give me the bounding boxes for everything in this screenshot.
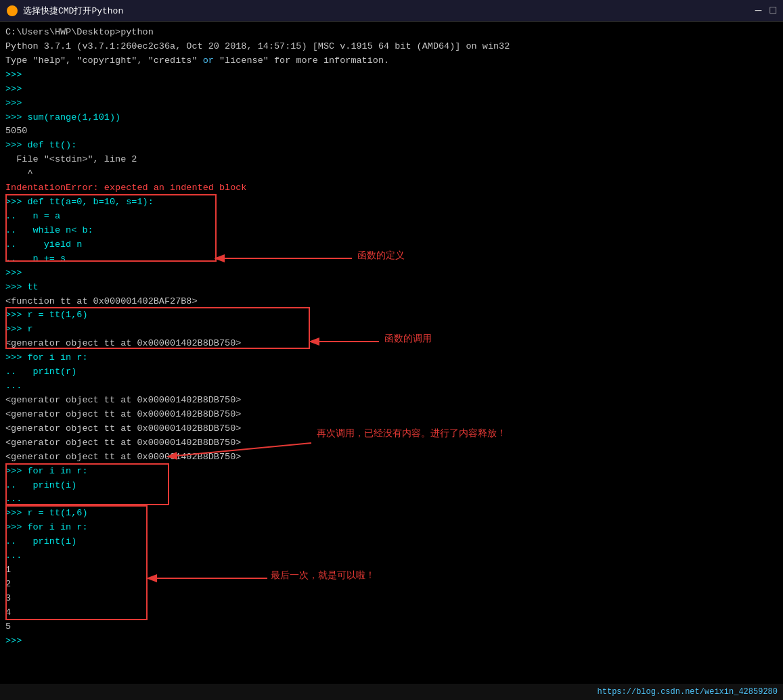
terminal-line: ...	[5, 549, 778, 563]
terminal-line: >>> def tt(a=0, b=10, s=1):	[5, 195, 778, 210]
terminal-line: <generator object tt at 0x000001402B8DB7…	[5, 394, 778, 408]
terminal-line: .. yield n	[5, 238, 778, 252]
terminal-line: .. n += s	[5, 252, 778, 266]
titlebar-controls[interactable]: — □	[755, 5, 776, 17]
terminal-line: >>> for i in r:	[5, 521, 778, 535]
terminal-line: .. n = a	[5, 210, 778, 224]
terminal-line: .. while n< b:	[5, 224, 778, 238]
terminal-line: >>>	[5, 68, 778, 83]
terminal-line: <generator object tt at 0x000001402B8DB7…	[5, 408, 778, 422]
terminal-line: >>> for i in r:	[5, 351, 778, 365]
terminal-line: >>> tt	[5, 281, 778, 295]
terminal-line: 2	[5, 578, 778, 592]
terminal-line: >>> r = tt(1,6)	[5, 507, 778, 521]
titlebar: 选择快捷CMD打开Python — □	[0, 0, 783, 22]
terminal-line: <generator object tt at 0x000001402B8DB7…	[5, 337, 778, 351]
terminal-line: ^	[5, 167, 778, 181]
terminal-window[interactable]: C:\Users\HWP\Desktop>python Python 3.7.1…	[0, 22, 783, 684]
terminal-line: >>>	[5, 83, 778, 97]
terminal-line: Python 3.7.1 (v3.7.1:260ec2c36a, Oct 20 …	[5, 40, 778, 54]
terminal-line: Type "help", "copyright", "credits" or "…	[5, 54, 778, 68]
minimize-button[interactable]: —	[755, 5, 762, 17]
terminal-line: 5050	[5, 124, 778, 139]
terminal-line: >>>	[5, 97, 778, 111]
terminal-line: 1	[5, 563, 778, 578]
terminal-line: .. print(i)	[5, 479, 778, 493]
terminal-line: <function tt at 0x000001402BAF27B8>	[5, 295, 778, 309]
terminal-line: 3	[5, 592, 778, 606]
terminal-line: <generator object tt at 0x000001402B8DB7…	[5, 450, 778, 465]
terminal-line: IndentationError: expected an indented b…	[5, 181, 778, 195]
terminal-line: <generator object tt at 0x000001402B8DB7…	[5, 422, 778, 436]
terminal-line: >>>	[5, 634, 778, 649]
svg-point-0	[9, 7, 16, 14]
terminal-line: File "<stdin>", line 2	[5, 153, 778, 167]
terminal-line: ...	[5, 492, 778, 507]
statusbar-url: https://blog.csdn.net/weixin_42859280	[598, 687, 778, 697]
terminal-line: .. print(i)	[5, 535, 778, 549]
terminal-line: .. print(r)	[5, 365, 778, 379]
terminal-line: <generator object tt at 0x000001402B8DB7…	[5, 436, 778, 450]
terminal-line: >>> sum(range(1,101))	[5, 111, 778, 125]
terminal-line: >>> def tt():	[5, 139, 778, 153]
maximize-button[interactable]: □	[769, 5, 776, 17]
terminal-line: C:\Users\HWP\Desktop>python	[5, 26, 778, 40]
terminal-line: ...	[5, 379, 778, 394]
terminal-line: >>> r	[5, 323, 778, 337]
app-icon	[7, 5, 18, 16]
statusbar: https://blog.csdn.net/weixin_42859280	[0, 684, 783, 700]
window-title: 选择快捷CMD打开Python	[23, 5, 123, 17]
titlebar-left: 选择快捷CMD打开Python	[7, 5, 123, 17]
terminal-line: >>> for i in r:	[5, 465, 778, 479]
terminal-line: 5	[5, 620, 778, 634]
terminal-line: >>>	[5, 266, 778, 281]
terminal-line: 4	[5, 606, 778, 620]
terminal-line: >>> r = tt(1,6)	[5, 308, 778, 323]
